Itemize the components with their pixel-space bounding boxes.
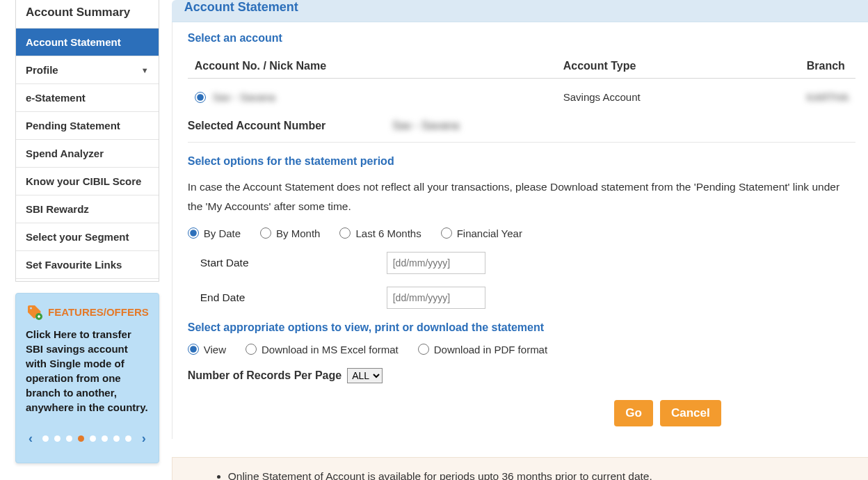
sidebar-item-spend-analyzer[interactable]: Spend Analyzer	[16, 139, 159, 167]
period-heading: Select options for the statement period	[188, 155, 856, 168]
output-option-view[interactable]: View	[188, 344, 226, 355]
start-date-input[interactable]	[387, 252, 485, 274]
sidebar-item-pending-statement[interactable]: Pending Statement	[16, 111, 159, 139]
offers-click-here-link[interactable]: Click Here	[26, 328, 77, 340]
sidebar-item-e-statement[interactable]: e-Statement	[16, 83, 159, 111]
period-option-by-date[interactable]: By Date	[188, 227, 241, 239]
end-date-label: End Date	[200, 291, 387, 304]
offers-title: FEATURES/OFFERS	[48, 306, 149, 318]
account-branch: KARTHA	[807, 91, 849, 103]
output-option-excel[interactable]: Download in MS Excel format	[246, 344, 399, 355]
output-option-pdf[interactable]: Download in PDF format	[418, 344, 547, 355]
offers-panel: FEATURES/OFFERS Click Here to transfer S…	[15, 293, 159, 463]
account-row: Sav - Savana Savings Account KARTHA	[188, 79, 856, 115]
records-per-page-label: Number of Records Per Page	[188, 369, 341, 382]
account-type: Savings Account	[563, 91, 807, 103]
sidebar-item-select-segment[interactable]: Select your Segment	[16, 223, 159, 250]
pager-dot-active[interactable]	[78, 435, 84, 442]
sidebar-item-enable-disable-accounts[interactable]: Enable / Disable Accounts	[16, 278, 159, 282]
period-options: By Date By Month Last 6 Months Financial…	[188, 227, 856, 239]
sidebar-item-cibil-score[interactable]: Know your CIBIL Score	[16, 167, 159, 195]
start-date-label: Start Date	[200, 257, 387, 269]
panel-header: Account Statement	[172, 0, 868, 22]
pager-dot[interactable]	[113, 435, 120, 442]
account-nick: Sav - Savana	[213, 91, 275, 103]
account-table-header: Account No. / Nick Name Account Type Bra…	[188, 54, 856, 79]
select-account-heading: Select an account	[188, 32, 856, 45]
sidebar-item-account-statement[interactable]: Account Statement	[16, 28, 159, 56]
period-note: In case the Account Statement does not r…	[188, 177, 856, 216]
tag-icon	[26, 303, 42, 320]
go-button[interactable]: Go	[614, 400, 653, 426]
selected-account-label: Selected Account Number	[188, 120, 326, 132]
offers-prev-arrow[interactable]: ‹	[26, 430, 35, 447]
pager-dot[interactable]	[54, 435, 61, 442]
period-option-fy[interactable]: Financial Year	[441, 227, 522, 239]
offers-next-arrow[interactable]: ›	[139, 430, 149, 447]
sidebar-item-profile[interactable]: Profile ▼	[16, 56, 159, 83]
period-option-last6[interactable]: Last 6 Months	[339, 227, 421, 239]
pager-dot[interactable]	[102, 435, 108, 442]
period-option-by-month[interactable]: By Month	[260, 227, 320, 239]
pager-dot[interactable]	[125, 435, 131, 442]
sidebar-nav: Account Summary Account Statement Profil…	[15, 0, 159, 282]
end-date-input[interactable]	[387, 287, 485, 309]
cancel-button[interactable]: Cancel	[660, 400, 721, 426]
account-radio[interactable]	[195, 92, 206, 103]
pager-dot[interactable]	[42, 435, 49, 442]
offers-body: Click Here to transfer SBI savings accou…	[26, 327, 149, 415]
output-heading: Select appropriate options to view, prin…	[188, 321, 856, 334]
records-per-page-select[interactable]: ALL	[347, 368, 383, 383]
page-title: Account Statement	[184, 0, 859, 15]
sidebar-item-account-summary[interactable]: Account Summary	[16, 0, 159, 28]
info-bullet: Online Statement of Account is available…	[228, 467, 850, 480]
info-panel: Online Statement of Account is available…	[172, 457, 868, 480]
chevron-down-icon: ▼	[141, 66, 149, 74]
sidebar-item-favourite-links[interactable]: Set Favourite Links	[16, 250, 159, 278]
selected-account-value: Sav - Savana	[392, 120, 459, 132]
sidebar-item-sbi-rewardz[interactable]: SBI Rewardz	[16, 195, 159, 223]
pager-dot[interactable]	[90, 435, 96, 442]
output-options: View Download in MS Excel format Downloa…	[188, 344, 856, 355]
offers-pager-dots	[42, 435, 131, 442]
pager-dot[interactable]	[66, 435, 72, 442]
